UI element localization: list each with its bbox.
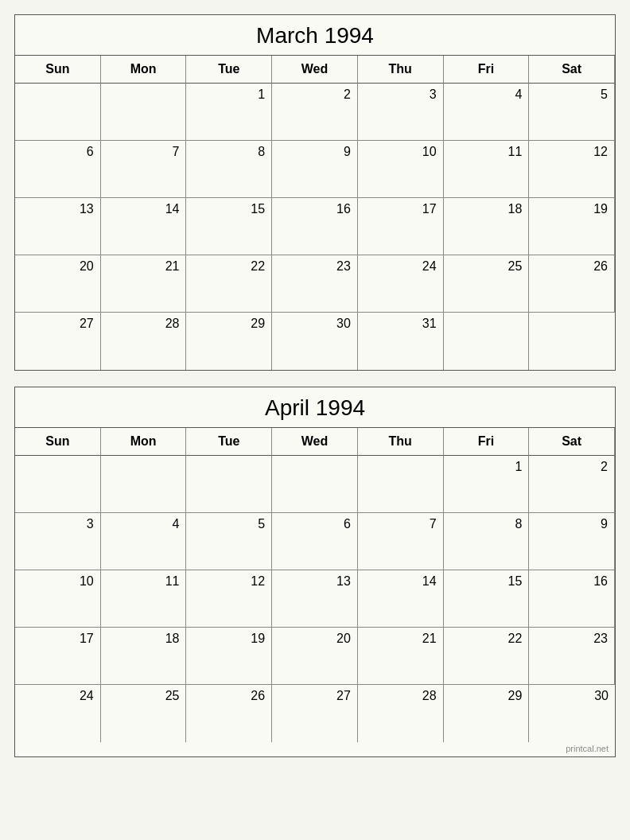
cal-cell: 31 bbox=[358, 313, 444, 370]
cal-cell: 13 bbox=[272, 570, 358, 628]
cal-cell: 29 bbox=[186, 313, 272, 370]
cal-cell: 1 bbox=[186, 84, 272, 141]
cal-cell: 11 bbox=[101, 570, 187, 628]
col-header-sat: Sat bbox=[529, 56, 615, 84]
march-calendar: March 1994 SunMonTueWedThuFriSat12345678… bbox=[14, 14, 616, 371]
cal-cell: 23 bbox=[272, 255, 358, 313]
cal-cell: 30 bbox=[272, 313, 358, 370]
cal-cell: 2 bbox=[529, 456, 615, 513]
cal-cell: 26 bbox=[529, 255, 615, 313]
cal-cell: 8 bbox=[444, 513, 530, 570]
col-header-wed: Wed bbox=[272, 428, 358, 456]
cal-cell: 6 bbox=[15, 141, 101, 198]
cal-cell: 18 bbox=[444, 198, 530, 255]
cal-cell: 6 bbox=[272, 513, 358, 570]
cal-cell: 2 bbox=[272, 84, 358, 141]
cal-cell: 3 bbox=[358, 84, 444, 141]
cal-cell: 16 bbox=[529, 570, 615, 628]
col-header-tue: Tue bbox=[186, 56, 272, 84]
col-header-thu: Thu bbox=[358, 428, 444, 456]
cal-cell: 21 bbox=[358, 628, 444, 685]
cal-cell bbox=[186, 456, 272, 513]
cal-cell: 4 bbox=[444, 84, 530, 141]
col-header-mon: Mon bbox=[101, 428, 187, 456]
cal-cell: 15 bbox=[444, 570, 530, 628]
cal-cell: 9 bbox=[272, 141, 358, 198]
cal-cell: 30 bbox=[529, 685, 615, 742]
cal-cell bbox=[444, 313, 530, 370]
col-header-tue: Tue bbox=[186, 428, 272, 456]
cal-cell: 13 bbox=[15, 198, 101, 255]
cal-cell: 28 bbox=[101, 313, 187, 370]
watermark: printcal.net bbox=[15, 742, 615, 756]
cal-cell bbox=[101, 84, 187, 141]
col-header-fri: Fri bbox=[444, 56, 530, 84]
cal-cell bbox=[15, 456, 101, 513]
april-grid: SunMonTueWedThuFriSat1234567891011121314… bbox=[15, 428, 615, 742]
april-title: April 1994 bbox=[15, 387, 615, 428]
cal-cell bbox=[358, 456, 444, 513]
col-header-thu: Thu bbox=[358, 56, 444, 84]
cal-cell: 17 bbox=[15, 628, 101, 685]
cal-cell: 23 bbox=[529, 628, 615, 685]
cal-cell bbox=[529, 313, 615, 370]
cal-cell: 24 bbox=[15, 685, 101, 742]
cal-cell: 7 bbox=[358, 513, 444, 570]
col-header-wed: Wed bbox=[272, 56, 358, 84]
cal-cell: 11 bbox=[444, 141, 530, 198]
cal-cell: 22 bbox=[186, 255, 272, 313]
cal-cell: 21 bbox=[101, 255, 187, 313]
col-header-mon: Mon bbox=[101, 56, 187, 84]
cal-cell: 12 bbox=[529, 141, 615, 198]
cal-cell: 19 bbox=[186, 628, 272, 685]
cal-cell: 29 bbox=[444, 685, 530, 742]
cal-cell: 18 bbox=[101, 628, 187, 685]
cal-cell bbox=[101, 456, 187, 513]
col-header-sun: Sun bbox=[15, 56, 101, 84]
april-calendar: April 1994 SunMonTueWedThuFriSat12345678… bbox=[14, 387, 616, 757]
cal-cell: 16 bbox=[272, 198, 358, 255]
cal-cell: 26 bbox=[186, 685, 272, 742]
march-title: March 1994 bbox=[15, 15, 615, 56]
march-grid: SunMonTueWedThuFriSat1234567891011121314… bbox=[15, 56, 615, 370]
cal-cell: 3 bbox=[15, 513, 101, 570]
cal-cell bbox=[272, 456, 358, 513]
cal-cell: 5 bbox=[529, 84, 615, 141]
col-header-fri: Fri bbox=[444, 428, 530, 456]
cal-cell: 14 bbox=[358, 570, 444, 628]
cal-cell: 15 bbox=[186, 198, 272, 255]
cal-cell: 27 bbox=[272, 685, 358, 742]
cal-cell: 5 bbox=[186, 513, 272, 570]
cal-cell: 19 bbox=[529, 198, 615, 255]
cal-cell: 8 bbox=[186, 141, 272, 198]
cal-cell: 20 bbox=[272, 628, 358, 685]
cal-cell: 10 bbox=[15, 570, 101, 628]
cal-cell: 12 bbox=[186, 570, 272, 628]
cal-cell: 7 bbox=[101, 141, 187, 198]
col-header-sun: Sun bbox=[15, 428, 101, 456]
cal-cell: 25 bbox=[444, 255, 530, 313]
cal-cell: 22 bbox=[444, 628, 530, 685]
cal-cell: 10 bbox=[358, 141, 444, 198]
cal-cell: 25 bbox=[101, 685, 187, 742]
cal-cell: 27 bbox=[15, 313, 101, 370]
cal-cell bbox=[15, 84, 101, 141]
cal-cell: 17 bbox=[358, 198, 444, 255]
col-header-sat: Sat bbox=[529, 428, 615, 456]
cal-cell: 1 bbox=[444, 456, 530, 513]
cal-cell: 14 bbox=[101, 198, 187, 255]
cal-cell: 9 bbox=[529, 513, 615, 570]
cal-cell: 4 bbox=[101, 513, 187, 570]
cal-cell: 24 bbox=[358, 255, 444, 313]
cal-cell: 20 bbox=[15, 255, 101, 313]
cal-cell: 28 bbox=[358, 685, 444, 742]
